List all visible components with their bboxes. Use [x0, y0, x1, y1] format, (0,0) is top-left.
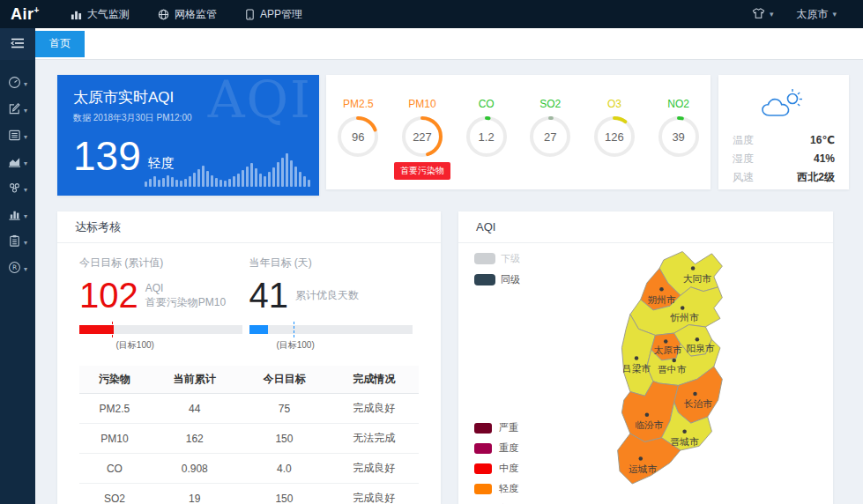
aqi-color-legend: 严重重度中度轻度良优: [474, 421, 518, 504]
sidebar-item-registered[interactable]: R ▾: [0, 256, 35, 282]
app-screen: Air+ 大气监测 网格监管 APP管理 ▾: [0, 0, 863, 504]
table-cell: SO2: [79, 484, 150, 504]
theme-switcher[interactable]: ▾: [752, 7, 774, 22]
menu-toggle-icon: [11, 36, 25, 52]
chevron-down-icon: ▾: [24, 212, 27, 220]
weather-value: 41%: [814, 150, 835, 168]
sidebar-item-list[interactable]: ▾: [0, 123, 35, 150]
sidebar-item-nodes[interactable]: ▾: [0, 176, 35, 203]
sidebar-toggle-button[interactable]: [0, 28, 35, 60]
city-label-忻州市: 忻州市: [670, 312, 699, 322]
mini-bar: [281, 158, 284, 187]
table-row: SO219150完成良好: [79, 484, 419, 504]
legend-item-下级[interactable]: 下级: [474, 252, 520, 265]
city-marker-忻州市: [681, 306, 685, 310]
pollutant-value: 27: [528, 115, 572, 159]
mini-bar: [189, 176, 191, 187]
city-selector[interactable]: 太原市 ▾: [796, 7, 837, 22]
area-chart-icon: [8, 155, 21, 172]
table-cell: 44: [150, 394, 240, 424]
assessment-card: 达标考核 今日目标 (累计值) 102 AQI 首要污染物PM10: [57, 211, 441, 504]
today-goal-desc: AQI 首要污染物PM10: [145, 281, 226, 309]
today-goal-value-row: 102 AQI 首要污染物PM10: [79, 276, 249, 315]
weather-value: 西北2级: [797, 168, 835, 187]
year-goal-value: 41: [249, 278, 289, 313]
sidebar-item-edit[interactable]: ▾: [0, 97, 35, 123]
province-map[interactable]: 大同市朔州市忻州市太原市阳泉市晋中市吕梁市临汾市长治市晋城市运城市: [547, 243, 793, 500]
city-label-吕梁市: 吕梁市: [622, 363, 651, 374]
table-cell: 完成良好: [329, 484, 419, 504]
today-progress-bar: [79, 325, 242, 334]
app-logo: Air+: [0, 5, 56, 24]
aqi-value: 139: [73, 136, 141, 176]
legend-item-同级[interactable]: 同级: [474, 273, 520, 286]
legend-label: 下级: [501, 252, 520, 265]
tab-home[interactable]: 首页: [35, 31, 85, 57]
topbar-menu-grid-supervision[interactable]: 网格监管: [144, 0, 231, 28]
mini-bar: [145, 182, 147, 187]
sidebar-item-dashboard[interactable]: ▾: [0, 70, 35, 97]
list-icon: [8, 129, 21, 145]
year-goal-desc: 累计优良天数: [295, 288, 359, 302]
pollutant-gauge-o3: O3126: [586, 98, 643, 159]
mini-bar: [193, 173, 196, 187]
chevron-down-icon: ▾: [770, 10, 774, 19]
aqi-legend-item-严重[interactable]: 严重: [474, 421, 518, 434]
aqi-watermark: AQI: [208, 75, 312, 130]
today-progress-fill: [79, 325, 114, 334]
legend-swatch: [474, 443, 492, 454]
table-cell: 4.0: [240, 454, 330, 484]
goal-row: 今日目标 (累计值) 102 AQI 首要污染物PM10 (目标100): [79, 256, 419, 352]
legend-label: 重度: [499, 441, 518, 455]
edit-icon: [8, 102, 21, 119]
pollutant-gauges-card: PM2.596PM10227首要污染物CO1.2SO227O3126NO239: [326, 75, 710, 189]
sidebar-item-report[interactable]: ▾: [0, 229, 35, 256]
weather-row: 风速 西北2级: [733, 168, 835, 187]
pollutant-value: 126: [592, 115, 636, 159]
gauge-ring: 39: [657, 115, 701, 159]
pollutant-value: 227: [400, 115, 444, 159]
city-marker-吕梁市: [635, 356, 639, 360]
mini-bar: [184, 179, 187, 187]
tab-strip: 首页: [35, 28, 863, 60]
city-marker-长治市: [693, 392, 697, 397]
assessment-card-title: 达标考核: [57, 211, 441, 243]
gauge-ring: 126: [592, 115, 636, 159]
svg-text:R: R: [12, 263, 17, 271]
aqi-legend-item-重度[interactable]: 重度: [474, 441, 518, 455]
table-row: CO0.9084.0完成良好: [79, 454, 419, 484]
table-cell: 162: [150, 424, 240, 454]
sidebar-item-area-chart[interactable]: ▾: [0, 150, 35, 176]
mini-bar: [175, 180, 178, 187]
sidebar-item-bar-chart[interactable]: ▾: [0, 203, 35, 229]
legend-label: 轻度: [499, 482, 518, 495]
topbar-menu-air-monitor[interactable]: 大气监测: [56, 0, 144, 28]
pollutant-name: CO: [458, 98, 515, 110]
realtime-aqi-card: AQI 太原市实时AQI 数据 2018年3月30日 PM12:00 139 轻…: [57, 75, 319, 196]
legend-label: 中度: [499, 462, 518, 475]
city-marker-临汾市: [645, 412, 650, 417]
mini-bar: [211, 175, 213, 187]
topbar-menu-app-manage[interactable]: APP管理: [231, 0, 316, 28]
mini-bar-decoration: [145, 153, 310, 187]
weather-label: 风速: [733, 168, 754, 187]
aqi-legend-item-轻度[interactable]: 轻度: [474, 482, 518, 495]
legend-swatch: [474, 484, 492, 494]
mini-bar: [228, 179, 231, 187]
chevron-down-icon: ▾: [24, 107, 27, 115]
mini-bar: [246, 167, 249, 187]
pollutant-value: 1.2: [465, 115, 509, 159]
table-cell: PM2.5: [79, 394, 150, 424]
registered-icon: R: [8, 261, 21, 278]
table-cell: PM10: [79, 424, 150, 454]
city-marker-晋中市: [672, 359, 676, 363]
city-label-晋城市: 晋城市: [671, 436, 699, 447]
mini-bar: [237, 174, 240, 187]
mini-bar: [158, 180, 160, 187]
aqi-legend-item-中度[interactable]: 中度: [474, 462, 518, 475]
mini-bar: [206, 171, 209, 187]
weather-card: 温度 16℃ 湿度 41% 风速 西北2级: [718, 75, 849, 189]
bar-chart-icon: [8, 208, 21, 225]
pollutant-name: PM2.5: [330, 98, 386, 110]
assessment-body: 今日目标 (累计值) 102 AQI 首要污染物PM10 (目标100): [57, 243, 441, 504]
